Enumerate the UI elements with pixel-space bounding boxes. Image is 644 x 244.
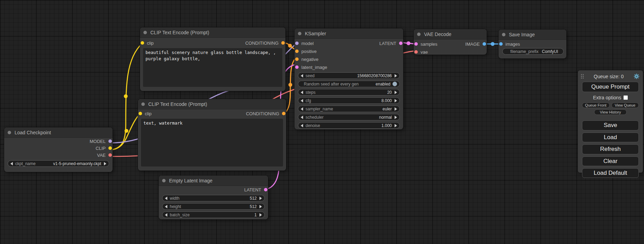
vae-port-dot[interactable] [414,50,418,54]
scheduler-widget[interactable]: scheduler normal [298,114,400,120]
conditioning-output-port[interactable]: CONDITIONING [246,110,286,117]
width-widget[interactable]: width 512 [162,195,265,201]
queue-front-button[interactable]: Queue Front [582,102,610,108]
decrement-arrow-icon[interactable] [301,107,303,111]
model-port-dot[interactable] [295,42,299,45]
increment-arrow-icon[interactable] [395,91,397,94]
load-default-button[interactable]: Load Default [582,168,639,178]
clip-port-dot[interactable] [108,146,112,150]
decrement-arrow-icon[interactable] [165,213,167,217]
node-empty-latent-image[interactable]: Empty Latent Image LATENT width 512 heig… [159,175,268,219]
image-port-dot[interactable] [499,42,503,46]
decrement-arrow-icon[interactable] [165,205,167,208]
increment-arrow-icon[interactable] [395,107,397,111]
reroute-dot[interactable] [289,83,292,87]
increment-arrow-icon[interactable] [395,99,397,102]
ckpt-name-widget[interactable]: ckpt_name v1-5-pruned-emaonly.ckpt [8,160,109,167]
reroute-dot[interactable] [125,129,129,133]
reroute-dot[interactable] [124,94,128,98]
conditioning-port-dot[interactable] [281,41,285,45]
steps-widget[interactable]: steps 20 [298,89,400,96]
node-save-image[interactable]: Save Image images filename_prefix ComfyU… [499,29,566,58]
comfyui-canvas[interactable]: { "colors": { "model": "#b19fde", "clip"… [0,0,644,244]
toggle-dot[interactable] [392,82,397,86]
increment-arrow-icon[interactable] [259,213,262,217]
height-widget[interactable]: height 512 [162,203,265,210]
conditioning-output-port[interactable]: CONDITIONING [245,39,285,46]
prompt-textarea[interactable]: beautiful scenery nature glass bottle la… [143,48,282,87]
node-header[interactable]: KSampler [294,28,403,39]
collapse-dot[interactable] [417,33,421,36]
node-clip-text-encode-negative[interactable]: CLIP Text Encode (Prompt) clip CONDITION… [138,99,286,171]
samples-input-port[interactable]: samples [414,40,437,47]
collapse-dot[interactable] [502,33,505,36]
decrement-arrow-icon[interactable] [10,162,13,165]
drag-handle-icon[interactable] [581,74,584,79]
collapse-dot[interactable] [143,31,147,34]
latent-image-input-port[interactable]: latent_image [294,64,327,71]
node-load-checkpoint[interactable]: Load Checkpoint MODEL CLIP VAE ckpt_name… [4,127,113,172]
decrement-arrow-icon[interactable] [301,99,303,102]
model-input-port[interactable]: model [294,40,314,47]
batch-size-widget[interactable]: batch_size 1 [162,211,265,218]
latent-output-port[interactable]: LATENT [379,40,403,47]
view-history-button[interactable]: View History [594,109,627,115]
positive-input-port[interactable]: positive [294,48,317,55]
extra-options-checkbox[interactable] [624,96,628,100]
image-output-port[interactable]: IMAGE [465,40,487,47]
decrement-arrow-icon[interactable] [301,91,303,94]
latent-port-dot[interactable] [264,188,267,191]
settings-gear-icon[interactable] [634,73,639,79]
increment-arrow-icon[interactable] [104,162,106,165]
clip-output-port[interactable]: CLIP [96,145,113,152]
clip-input-port[interactable]: clip [140,39,154,46]
node-header[interactable]: Save Image [499,29,566,40]
reroute-dot[interactable] [491,42,495,46]
increment-arrow-icon[interactable] [395,116,397,119]
clip-port-dot[interactable] [139,112,142,115]
decrement-arrow-icon[interactable] [165,197,167,200]
image-port-dot[interactable] [483,42,486,46]
conditioning-port-dot[interactable] [295,49,299,53]
clear-button[interactable]: Clear [582,156,639,166]
filename-prefix-widget[interactable]: filename_prefix ComfyUI [502,48,564,55]
seed-widget[interactable]: seed 156680208700286 [298,72,400,79]
conditioning-port-dot[interactable] [295,57,299,61]
decrement-arrow-icon[interactable] [301,124,303,127]
node-header[interactable]: CLIP Text Encode (Prompt) [138,99,286,109]
images-input-port[interactable]: images [499,40,520,47]
decrement-arrow-icon[interactable] [301,116,303,119]
vae-output-port[interactable]: VAE [97,152,113,159]
denoise-widget[interactable]: denoise 1.000 [298,122,400,129]
increment-arrow-icon[interactable] [395,74,397,78]
view-queue-button[interactable]: View Queue [611,102,639,108]
node-ksampler[interactable]: KSampler model LATENT positive negative … [294,28,403,129]
reroute-dot[interactable] [407,42,411,45]
collapse-dot[interactable] [141,102,145,106]
refresh-button[interactable]: Refresh [582,144,639,154]
vae-port-dot[interactable] [108,153,112,157]
random-seed-toggle[interactable]: Random seed after every gen enabled [298,81,400,87]
collapse-dot[interactable] [8,131,11,134]
latent-output-port[interactable]: LATENT [244,186,268,193]
increment-arrow-icon[interactable] [259,205,262,208]
reroute-dot[interactable] [288,44,292,48]
prompt-textarea[interactable]: text, watermark [141,119,283,166]
model-port-dot[interactable] [108,139,112,143]
node-clip-text-encode-positive[interactable]: CLIP Text Encode (Prompt) clip CONDITION… [140,27,285,91]
increment-arrow-icon[interactable] [259,197,262,200]
increment-arrow-icon[interactable] [395,124,397,127]
clip-input-port[interactable]: clip [138,110,152,117]
node-header[interactable]: Empty Latent Image [159,175,268,186]
node-header[interactable]: VAE Decode [414,29,487,39]
node-header[interactable]: Load Checkpoint [4,127,113,138]
latent-port-dot[interactable] [414,42,418,46]
save-button[interactable]: Save [582,120,639,130]
model-output-port[interactable]: MODEL [90,138,113,145]
collapse-dot[interactable] [162,179,166,182]
cfg-widget[interactable]: cfg 8.000 [298,97,400,104]
latent-port-dot[interactable] [295,65,299,69]
node-vae-decode[interactable]: VAE Decode samples IMAGE vae [414,29,487,55]
node-header[interactable]: CLIP Text Encode (Prompt) [140,27,285,38]
sampler-name-widget[interactable]: sampler_name euler [298,106,400,112]
